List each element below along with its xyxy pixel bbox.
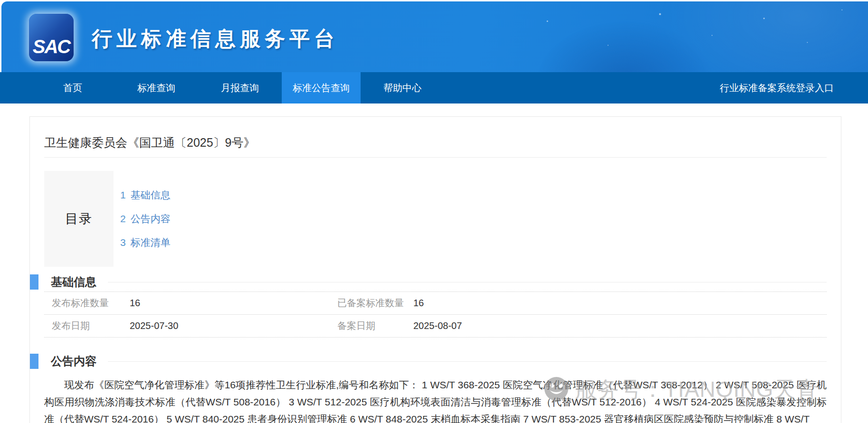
field-label-filed-count: 已备案标准数量	[337, 292, 413, 314]
field-value-publish-date: 2025-07-30	[130, 315, 337, 337]
section-marker-bar	[30, 354, 38, 369]
content-card: 卫生健康委员会《国卫通〔2025〕9号》 目录 1基础信息 2公告内容 3标准清…	[29, 116, 841, 423]
announcement-body-text: 现发布《医院空气净化管理标准》等16项推荐性卫生行业标准,编号和名称如下： 1 …	[44, 376, 827, 423]
field-label-publish-date: 发布日期	[44, 315, 130, 337]
toc-link-basic-info[interactable]: 1基础信息	[120, 188, 171, 202]
toc-link-label: 基础信息	[131, 189, 171, 200]
toc-link-label: 公告内容	[131, 213, 171, 224]
toc-link-number: 1	[120, 189, 126, 200]
table-of-contents: 目录 1基础信息 2公告内容 3标准清单	[44, 171, 827, 267]
section-title: 基础信息	[51, 274, 96, 290]
toc-link-number: 2	[120, 213, 126, 224]
table-row: 发布日期 2025-07-30 备案日期 2025-08-07	[44, 315, 827, 338]
sac-logo-text: SAC	[33, 36, 70, 61]
toc-link-label: 标准清单	[131, 237, 171, 248]
page-title: 卫生健康委员会《国卫通〔2025〕9号》	[44, 135, 827, 150]
nav-item-standard-announcement-active[interactable]: 标准公告查询	[282, 72, 361, 103]
field-label-filing-date: 备案日期	[337, 315, 413, 337]
toc-links: 1基础信息 2公告内容 3标准清单	[120, 171, 171, 267]
filing-system-login-link[interactable]: 行业标准备案系统登录入口	[720, 72, 834, 103]
basic-info-table: 发布标准数量 16 已备案标准数量 16 发布日期 2025-07-30 备案日…	[44, 291, 827, 338]
section-header-announcement: 公告内容	[30, 354, 841, 369]
field-label-published-count: 发布标准数量	[44, 292, 130, 314]
nav-item-standard-search[interactable]: 标准查询	[114, 72, 198, 103]
site-banner: SAC 行业标准信息服务平台	[1, 1, 868, 72]
toc-link-standard-list[interactable]: 3标准清单	[120, 236, 171, 249]
site-title: 行业标准信息服务平台	[92, 25, 339, 53]
title-divider	[44, 157, 827, 158]
nav-item-home[interactable]: 首页	[31, 72, 114, 103]
field-value-filed-count: 16	[413, 292, 827, 314]
section-marker-bar	[30, 274, 38, 290]
sac-logo: SAC	[29, 14, 74, 61]
toc-link-announcement-content[interactable]: 2公告内容	[120, 212, 171, 226]
nav-item-monthly-report[interactable]: 月报查询	[198, 72, 282, 103]
section-title: 公告内容	[51, 354, 96, 369]
field-value-filing-date: 2025-08-07	[413, 315, 827, 337]
main-navbar: 首页 标准查询 月报查询 标准公告查询 帮助中心 行业标准备案系统登录入口	[0, 72, 868, 103]
section-header-basic-info: 基础信息	[30, 274, 841, 290]
section-rule	[108, 361, 827, 362]
table-row: 发布标准数量 16 已备案标准数量 16	[44, 292, 827, 315]
nav-item-help-center[interactable]: 帮助中心	[361, 72, 444, 103]
field-value-published-count: 16	[130, 292, 337, 314]
toc-heading: 目录	[44, 171, 114, 267]
toc-link-number: 3	[120, 237, 126, 248]
section-rule	[108, 282, 827, 282]
